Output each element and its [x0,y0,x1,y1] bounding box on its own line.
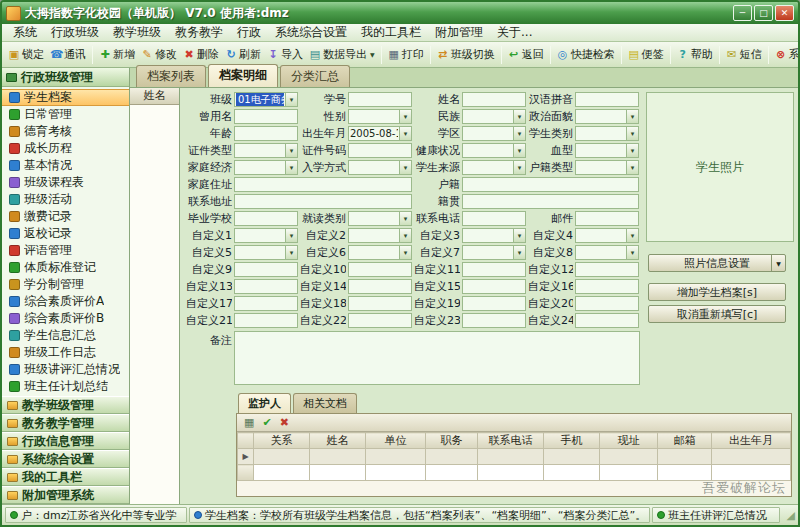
combo-field[interactable]: ▾ [575,228,639,243]
combo-field[interactable]: ▾ [348,228,412,243]
toolbar-button-sms[interactable]: ✉短信 [723,44,765,65]
text-field[interactable] [234,313,298,328]
guardian-cell[interactable] [426,465,478,481]
text-field[interactable] [462,194,639,209]
text-field[interactable] [462,279,526,294]
guardian-column-header[interactable]: 出生年月 [712,433,791,449]
remark-textarea[interactable] [234,331,640,385]
sidebar-item[interactable]: 返校记录 [2,225,129,242]
chevron-down-icon[interactable]: ▾ [399,246,411,259]
chevron-down-icon[interactable]: ▼ [370,51,375,58]
combo-field[interactable]: ▾ [575,126,639,141]
text-field[interactable] [462,296,526,311]
toolbar-button-back[interactable]: ↩返回 [505,44,547,65]
minimize-button[interactable]: ─ [733,5,752,21]
text-field[interactable] [575,279,639,294]
guardian-column-header[interactable]: 姓名 [310,433,366,449]
text-field[interactable] [462,92,526,107]
guardian-cell[interactable] [366,449,426,465]
text-field[interactable] [462,262,526,277]
text-field[interactable] [348,279,412,294]
text-field[interactable] [234,194,412,209]
text-field[interactable] [575,313,639,328]
guardian-row[interactable]: ▶ [238,449,791,465]
toolbar-button-delete[interactable]: ✖删除 [180,44,222,65]
sidebar-item[interactable]: 班级讲评汇总情况 [2,361,129,378]
text-field[interactable] [462,313,526,328]
grid-icon[interactable]: ▦ [244,417,254,429]
menu-item[interactable]: 附加管理 [428,23,490,42]
sidebar-group[interactable]: 教务教学管理 [2,414,129,432]
chevron-down-icon[interactable]: ▾ [513,246,525,259]
sidebar-item[interactable]: 综合素质评价B [2,310,129,327]
chevron-down-icon[interactable]: ▾ [626,229,638,242]
guardian-cell[interactable] [254,449,310,465]
chevron-down-icon[interactable]: ▾ [513,144,525,157]
sidebar-group[interactable]: 我的工具栏 [2,468,129,486]
sidebar-item[interactable]: 成长历程 [2,140,129,157]
sidebar-item[interactable]: 学生信息汇总 [2,327,129,344]
tab[interactable]: 相关文档 [293,393,357,413]
chevron-down-icon[interactable]: ▾ [399,161,411,174]
sidebar-item[interactable]: 班级工作日志 [2,344,129,361]
cancel-icon[interactable]: ✖ [280,417,289,429]
sidebar-group[interactable]: 系统综合设置 [2,450,129,468]
guardian-cell[interactable] [544,449,600,465]
combo-field[interactable]: ▾ [234,160,298,175]
guardian-column-header[interactable]: 关系 [254,433,310,449]
combo-field[interactable]: ▾ [462,109,526,124]
combo-field[interactable]: ▾ [462,228,526,243]
confirm-icon[interactable]: ✔ [262,417,271,429]
toolbar-button-refresh[interactable]: ↻刷新 [222,44,264,65]
text-field[interactable] [348,143,412,158]
sidebar-item[interactable]: 学分制管理 [2,276,129,293]
photo-button[interactable]: 照片信息设置▼ [648,254,786,272]
chevron-down-icon[interactable]: ▾ [626,144,638,157]
menu-item[interactable]: 行政班级 [44,23,106,42]
chevron-down-icon[interactable]: ▾ [513,127,525,140]
chevron-down-icon[interactable]: ▾ [399,127,411,140]
chevron-down-icon[interactable]: ▾ [285,161,297,174]
sidebar-item[interactable]: 班级课程表 [2,174,129,191]
sidebar-item[interactable]: 体质标准登记 [2,259,129,276]
text-field[interactable] [575,211,639,226]
toolbar-button-print[interactable]: ▦打印 [385,44,427,65]
menu-item[interactable]: 系统 [6,23,44,42]
chevron-down-icon[interactable]: ▾ [399,212,411,225]
toolbar-button-edit[interactable]: ✎修改 [138,44,180,65]
chevron-down-icon[interactable]: ▾ [285,144,297,157]
guardian-cell[interactable] [544,465,600,481]
sidebar-header[interactable]: 行政班级管理 [2,68,129,87]
toolbar-button-switch-class[interactable]: ⇄班级切换 [434,44,498,65]
name-list-body[interactable] [130,105,179,504]
maximize-button[interactable]: □ [754,5,773,21]
guardian-column-header[interactable]: 手机 [544,433,600,449]
guardian-cell[interactable] [310,449,366,465]
combo-field[interactable]: ▾ [462,245,526,260]
chevron-down-icon[interactable]: ▾ [285,93,297,106]
toolbar-button-note[interactable]: ▤便签 [625,44,667,65]
sidebar-item[interactable]: 学生档案 [2,89,129,106]
chevron-down-icon[interactable]: ▾ [399,229,411,242]
text-field[interactable] [348,313,412,328]
photo-button[interactable]: 取消重新填写[c] [648,305,786,323]
toolbar-button-lock[interactable]: ▣锁定 [5,44,47,65]
combo-field[interactable]: ▾ [462,126,526,141]
text-field[interactable] [234,177,412,192]
sidebar-item[interactable]: 缴费记录 [2,208,129,225]
sidebar-item[interactable]: 班级活动 [2,191,129,208]
sidebar-item[interactable]: 评语管理 [2,242,129,259]
text-field[interactable] [575,262,639,277]
menu-item[interactable]: 行政 [230,23,268,42]
combo-field[interactable]: ▾ [462,160,526,175]
guardian-cell[interactable] [254,465,310,481]
sidebar-group[interactable]: 附加管理系统 [2,486,129,504]
toolbar-button-comm[interactable]: ☎通讯 [47,44,89,65]
chevron-down-icon[interactable]: ▼ [771,255,785,271]
text-field[interactable] [348,92,412,107]
sidebar-item[interactable]: 综合素质评价A [2,293,129,310]
combo-field[interactable]: ▾ [575,245,639,260]
text-field[interactable] [348,296,412,311]
text-field[interactable] [462,211,526,226]
text-field[interactable] [234,279,298,294]
